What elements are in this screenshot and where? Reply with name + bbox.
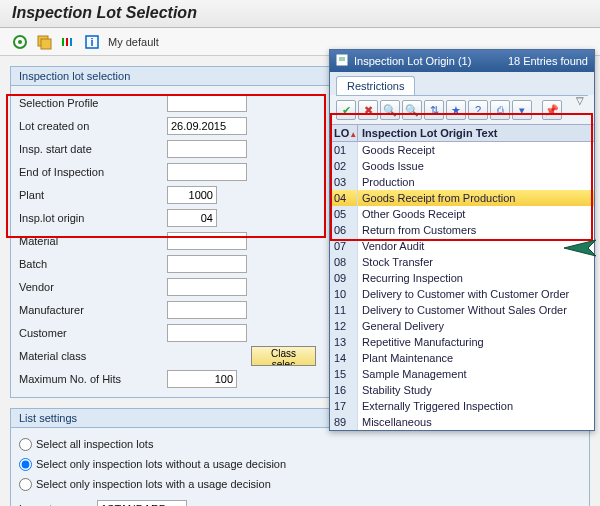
list-icon[interactable]: [60, 34, 76, 50]
dropdown-icon[interactable]: ▾: [512, 100, 532, 120]
insp-lot-origin-label: Insp.lot origin: [17, 212, 167, 224]
row-text: Stability Study: [358, 382, 594, 398]
vendor-input[interactable]: [167, 278, 247, 296]
table-row[interactable]: 09Recurring Inspection: [330, 270, 594, 286]
variant-icon[interactable]: [36, 34, 52, 50]
col-code-header[interactable]: LO▲: [330, 125, 358, 141]
layout-input[interactable]: [97, 500, 187, 506]
svg-text:i: i: [90, 36, 93, 48]
collapse-icon[interactable]: ▽: [576, 95, 584, 106]
document-icon: [336, 54, 348, 68]
table-row[interactable]: 13Repetitive Manufacturing: [330, 334, 594, 350]
table-row[interactable]: 07Vendor Audit: [330, 238, 594, 254]
row-code: 04: [330, 190, 358, 206]
row-text: Plant Maintenance: [358, 350, 594, 366]
row-text: Goods Issue: [358, 158, 594, 174]
row-code: 10: [330, 286, 358, 302]
table-row[interactable]: 14Plant Maintenance: [330, 350, 594, 366]
row-text: Other Goods Receipt: [358, 206, 594, 222]
row-text: Production: [358, 174, 594, 190]
sort-icon[interactable]: ⇅: [424, 100, 444, 120]
row-text: Miscellaneous: [358, 414, 594, 430]
row-text: Goods Receipt from Production: [358, 190, 594, 206]
insp-lot-origin-input[interactable]: [167, 209, 217, 227]
selection-profile-label: Selection Profile: [17, 97, 167, 109]
row-code: 08: [330, 254, 358, 270]
row-code: 12: [330, 318, 358, 334]
ok-icon[interactable]: ✔: [336, 100, 356, 120]
table-row[interactable]: 11Delivery to Customer Without Sales Ord…: [330, 302, 594, 318]
customer-label: Customer: [17, 327, 167, 339]
selection-profile-input[interactable]: [167, 94, 247, 112]
print-icon[interactable]: ⎙: [490, 100, 510, 120]
material-label: Material: [17, 235, 167, 247]
radio-with-ud[interactable]: Select only inspection lots with a usage…: [17, 474, 583, 494]
lot-created-label: Lot created on: [17, 120, 167, 132]
table-row[interactable]: 08Stock Transfer: [330, 254, 594, 270]
row-code: 16: [330, 382, 358, 398]
plant-label: Plant: [17, 189, 167, 201]
table-row[interactable]: 16Stability Study: [330, 382, 594, 398]
table-row[interactable]: 89Miscellaneous: [330, 414, 594, 430]
row-text: Vendor Audit: [358, 238, 594, 254]
manufacturer-input[interactable]: [167, 301, 247, 319]
table-row[interactable]: 12General Delivery: [330, 318, 594, 334]
end-inspection-input[interactable]: [167, 163, 247, 181]
row-code: 03: [330, 174, 358, 190]
row-code: 89: [330, 414, 358, 430]
batch-label: Batch: [17, 258, 167, 270]
manufacturer-label: Manufacturer: [17, 304, 167, 316]
info-icon[interactable]: i: [84, 34, 100, 50]
table-row[interactable]: 04Goods Receipt from Production: [330, 190, 594, 206]
table-row[interactable]: 10Delivery to Customer with Customer Ord…: [330, 286, 594, 302]
row-text: Externally Triggered Inspection: [358, 398, 594, 414]
row-text: Stock Transfer: [358, 254, 594, 270]
plant-input[interactable]: [167, 186, 217, 204]
table-row[interactable]: 01Goods Receipt: [330, 142, 594, 158]
row-text: Repetitive Manufacturing: [358, 334, 594, 350]
max-hits-label: Maximum No. of Hits: [17, 373, 167, 385]
table-row[interactable]: 15Sample Management: [330, 366, 594, 382]
my-default-label[interactable]: My default: [108, 36, 159, 48]
popup-titlebar: Inspection Lot Origin (1) 18 Entries fou…: [330, 50, 594, 72]
row-text: Delivery to Customer with Customer Order: [358, 286, 594, 302]
table-row[interactable]: 03Production: [330, 174, 594, 190]
favorite-icon[interactable]: ★: [446, 100, 466, 120]
col-text-header[interactable]: Inspection Lot Origin Text: [358, 125, 594, 141]
insp-start-input[interactable]: [167, 140, 247, 158]
popup-entries-count: 18 Entries found: [508, 55, 588, 67]
material-input[interactable]: [167, 232, 247, 250]
row-text: Sample Management: [358, 366, 594, 382]
pin-icon[interactable]: 📌: [542, 100, 562, 120]
svg-point-1: [18, 40, 22, 44]
row-code: 17: [330, 398, 358, 414]
table-row[interactable]: 17Externally Triggered Inspection: [330, 398, 594, 414]
vendor-label: Vendor: [17, 281, 167, 293]
table-row[interactable]: 05Other Goods Receipt: [330, 206, 594, 222]
radio-all-lots[interactable]: Select all inspection lots: [17, 434, 583, 454]
end-inspection-label: End of Inspection: [17, 166, 167, 178]
row-code: 06: [330, 222, 358, 238]
class-select-button[interactable]: Class selec: [251, 346, 316, 366]
popup-result-table: LO▲ Inspection Lot Origin Text 01Goods R…: [330, 124, 594, 430]
execute-icon[interactable]: [12, 34, 28, 50]
batch-input[interactable]: [167, 255, 247, 273]
radio-without-ud[interactable]: Select only inspection lots without a us…: [17, 454, 583, 474]
search-icon[interactable]: 🔍: [380, 100, 400, 120]
cancel-icon[interactable]: ✖: [358, 100, 378, 120]
row-code: 09: [330, 270, 358, 286]
window-title: Inspection Lot Selection: [0, 0, 600, 28]
restrictions-tab[interactable]: Restrictions: [336, 76, 415, 95]
row-code: 13: [330, 334, 358, 350]
table-row[interactable]: 06Return from Customers: [330, 222, 594, 238]
max-hits-input[interactable]: [167, 370, 237, 388]
insp-start-label: Insp. start date: [17, 143, 167, 155]
popup-toolbar: ✔ ✖ 🔍 🔍 ⇅ ★ ? ⎙ ▾ 📌: [330, 96, 594, 124]
lot-created-input[interactable]: [167, 117, 247, 135]
row-code: 15: [330, 366, 358, 382]
search-more-icon[interactable]: 🔍: [402, 100, 422, 120]
table-row[interactable]: 02Goods Issue: [330, 158, 594, 174]
help-icon[interactable]: ?: [468, 100, 488, 120]
svg-rect-3: [41, 39, 51, 49]
customer-input[interactable]: [167, 324, 247, 342]
